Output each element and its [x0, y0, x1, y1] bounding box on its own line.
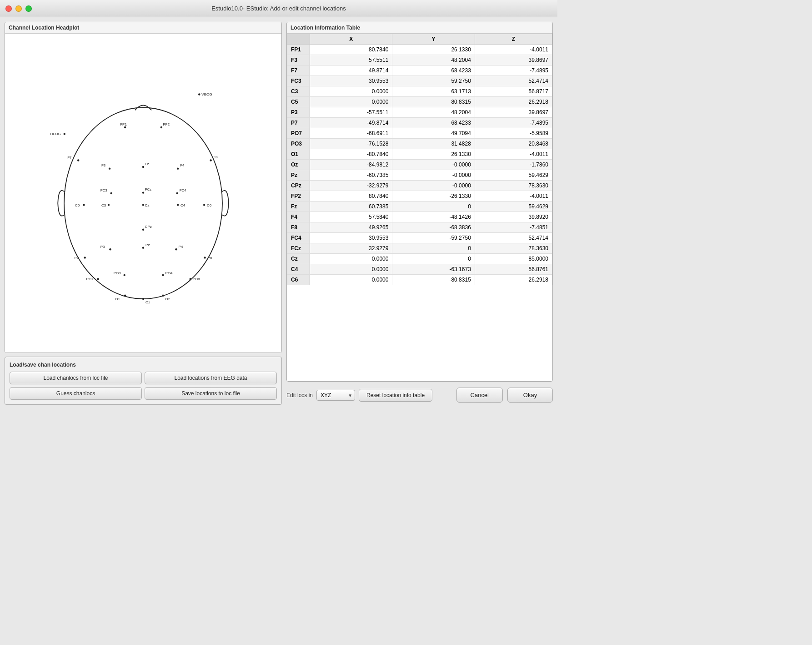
svg-point-47 [97, 278, 99, 280]
load-chanlocs-button[interactable]: Load chanlocs from loc file [10, 372, 142, 384]
row-x: -60.7385 [310, 170, 392, 181]
table-row[interactable]: FP2 80.7840 -26.1330 -4.0011 [287, 191, 552, 202]
svg-text:FCz: FCz [145, 187, 152, 191]
table-row[interactable]: FP1 80.7840 26.1330 -4.0011 [287, 45, 552, 55]
row-z: -4.0011 [475, 45, 552, 55]
row-x: 57.5511 [310, 55, 392, 66]
table-row[interactable]: F8 49.9265 -68.3836 -7.4851 [287, 222, 552, 233]
row-z: 39.8697 [475, 107, 552, 118]
xyz-select-wrapper: XYZ Polar Spherical ▼ [316, 390, 355, 401]
row-z: 56.8761 [475, 264, 552, 275]
svg-text:F7: F7 [67, 155, 72, 159]
row-z: 56.8717 [475, 86, 552, 97]
svg-text:VEOG: VEOG [201, 92, 212, 96]
table-row[interactable]: C3 0.0000 63.1713 56.8717 [287, 86, 552, 97]
table-row[interactable]: FCz 32.9279 0 78.3630 [287, 243, 552, 254]
row-z: -1.7860 [475, 160, 552, 170]
guess-chanlocs-button[interactable]: Guess chanlocs [10, 387, 142, 400]
svg-point-17 [210, 159, 211, 161]
table-row[interactable]: F7 49.8714 68.4233 -7.4895 [287, 66, 552, 76]
row-ch: P7 [287, 118, 310, 128]
row-x: 30.9553 [310, 76, 392, 86]
table-row[interactable]: Cz 0.0000 0 85.0000 [287, 254, 552, 264]
table-row[interactable]: F4 57.5840 -48.1426 39.8920 [287, 212, 552, 222]
svg-point-39 [142, 247, 144, 248]
reset-button[interactable]: Reset location info table [359, 389, 432, 402]
row-y: 48.2004 [392, 107, 475, 118]
save-locs-button[interactable]: Save locations to loc file [145, 387, 277, 400]
table-row[interactable]: C5 0.0000 80.8315 26.2918 [287, 97, 552, 107]
okay-button[interactable]: Okay [507, 388, 553, 403]
window-title: Estudio10.0- EStudio: Add or edit channe… [211, 5, 346, 12]
xyz-select[interactable]: XYZ Polar Spherical [316, 390, 355, 401]
svg-text:F8: F8 [213, 155, 218, 159]
row-z: -7.4895 [475, 118, 552, 128]
load-from-eeg-button[interactable]: Load locations from EEG data [145, 372, 277, 384]
row-y: -0.0000 [392, 181, 475, 191]
table-row[interactable]: FC4 30.9553 -59.2750 52.4714 [287, 233, 552, 243]
col-header-y: Y [392, 34, 475, 45]
row-x: 0.0000 [310, 264, 392, 275]
col-header-z: Z [475, 34, 552, 45]
row-ch: F7 [287, 66, 310, 76]
table-row[interactable]: P3 -57.5511 48.2004 39.8697 [287, 107, 552, 118]
table-row[interactable]: FC3 30.9553 59.2750 52.4714 [287, 76, 552, 86]
svg-text:FC3: FC3 [100, 188, 108, 192]
svg-text:C6: C6 [207, 203, 212, 207]
row-z: 78.3630 [475, 181, 552, 191]
table-row[interactable]: C6 0.0000 -80.8315 26.2918 [287, 275, 552, 285]
close-button[interactable] [5, 5, 12, 12]
button-grid: Load chanlocs from loc file Load locatio… [10, 372, 277, 400]
row-z: -7.4851 [475, 222, 552, 233]
left-panel: Channel Location Headplot VEOG [5, 22, 282, 405]
row-ch: Oz [287, 160, 310, 170]
svg-point-49 [124, 274, 125, 276]
svg-point-33 [203, 204, 205, 206]
row-ch: Fz [287, 202, 310, 212]
row-x: 0.0000 [310, 275, 392, 285]
table-row[interactable]: Oz -84.9812 -0.0000 -1.7860 [287, 160, 552, 170]
main-content: Channel Location Headplot VEOG [0, 17, 557, 409]
svg-text:PO3: PO3 [114, 271, 121, 275]
table-row[interactable]: PO7 -68.6911 49.7094 -5.9589 [287, 128, 552, 139]
table-row[interactable]: F3 57.5511 48.2004 39.8697 [287, 55, 552, 66]
row-y: 68.4233 [392, 118, 475, 128]
table-row[interactable]: P7 -49.8714 68.4233 -7.4895 [287, 118, 552, 128]
svg-point-41 [175, 248, 177, 250]
row-ch: C4 [287, 264, 310, 275]
svg-text:F3: F3 [101, 163, 106, 167]
row-ch: F3 [287, 55, 310, 66]
maximize-button[interactable] [25, 5, 32, 12]
svg-point-57 [142, 297, 144, 299]
headplot-canvas: VEOG HEOG FP1 FP2 F7 F3 [5, 34, 281, 353]
table-row[interactable]: O1 -80.7840 26.1330 -4.0011 [287, 149, 552, 160]
row-x: 60.7385 [310, 202, 392, 212]
svg-text:PO4: PO4 [165, 271, 173, 275]
window-controls[interactable] [5, 5, 32, 12]
row-ch: F8 [287, 222, 310, 233]
svg-text:P3: P3 [100, 244, 105, 248]
table-row[interactable]: Fz 60.7385 0 59.4629 [287, 202, 552, 212]
cancel-button[interactable]: Cancel [456, 388, 503, 403]
svg-point-27 [108, 204, 110, 206]
svg-text:C5: C5 [75, 203, 80, 207]
table-row[interactable]: PO3 -76.1528 31.4828 20.8468 [287, 139, 552, 149]
row-x: -80.7840 [310, 149, 392, 160]
table-row[interactable]: Pz -60.7385 -0.0000 59.4629 [287, 170, 552, 181]
table-scroll[interactable]: X Y Z FP1 80.7840 26.1330 -4.0011 F3 57.… [287, 34, 552, 381]
svg-text:Cz: Cz [145, 203, 150, 207]
svg-point-31 [177, 204, 179, 206]
table-row[interactable]: C4 0.0000 -63.1673 56.8761 [287, 264, 552, 275]
svg-text:C3: C3 [101, 203, 106, 207]
row-x: -32.9279 [310, 181, 392, 191]
table-row[interactable]: CPz -32.9279 -0.0000 78.3630 [287, 181, 552, 191]
svg-point-35 [142, 228, 144, 230]
minimize-button[interactable] [15, 5, 22, 12]
row-z: 39.8920 [475, 212, 552, 222]
row-z: 59.4629 [475, 202, 552, 212]
row-z: -7.4895 [475, 66, 552, 76]
row-x: 80.7840 [310, 45, 392, 55]
svg-point-53 [190, 278, 191, 280]
col-header-x: X [310, 34, 392, 45]
action-buttons: Cancel Okay [456, 388, 553, 403]
